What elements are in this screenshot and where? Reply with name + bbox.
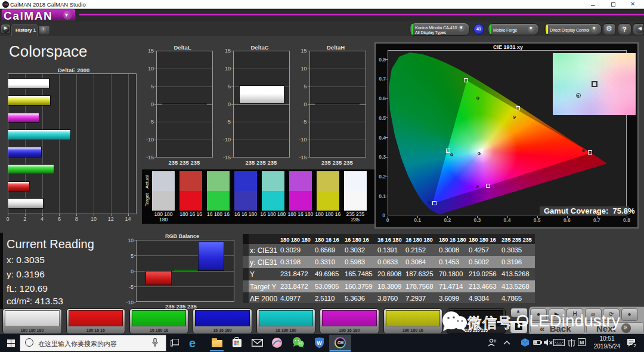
svg-text:W: W [317,340,322,346]
svg-text:2: 2 [633,343,636,348]
